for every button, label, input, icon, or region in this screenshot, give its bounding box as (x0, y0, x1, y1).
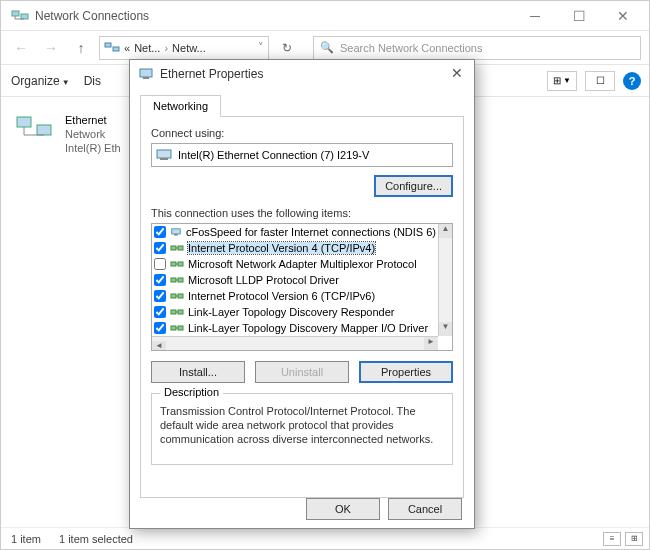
scroll-left-icon[interactable]: ◄ (152, 341, 166, 351)
ethernet-properties-dialog: Ethernet Properties ✕ Networking Connect… (129, 59, 475, 529)
properties-button[interactable]: Properties (359, 361, 453, 383)
item-checkbox[interactable] (154, 322, 166, 334)
protocol-icon (170, 259, 184, 269)
view-mode-button[interactable]: ⊞▼ (547, 71, 577, 91)
ethernet-icon (15, 113, 55, 145)
items-horizontal-scrollbar[interactable]: ◄ ► (152, 336, 438, 350)
item-label: Internet Protocol Version 4 (TCP/IPv4) (188, 242, 375, 254)
item-checkbox[interactable] (154, 226, 166, 238)
item-checkbox[interactable] (154, 290, 166, 302)
chevron-right-icon: › (164, 42, 168, 54)
minimize-button[interactable]: ─ (513, 2, 557, 30)
tab-pane: Connect using: Intel(R) Ethernet Connect… (140, 116, 464, 498)
svg-rect-1 (21, 14, 28, 19)
icons-view-button[interactable]: ⊞ (625, 532, 643, 546)
breadcrumb-guillemet: « (124, 42, 130, 54)
svg-rect-9 (160, 158, 168, 160)
status-item-count: 1 item (11, 533, 41, 545)
list-item[interactable]: Microsoft LLDP Protocol Driver (152, 272, 438, 288)
svg-rect-6 (140, 69, 152, 77)
svg-rect-15 (178, 262, 183, 266)
item-label: Link-Layer Topology Discovery Mapper I/O… (188, 322, 428, 334)
dialog-close-button[interactable]: ✕ (448, 65, 466, 83)
description-legend: Description (160, 386, 223, 398)
items-vertical-scrollbar[interactable]: ▲ ▼ (438, 224, 452, 336)
maximize-button[interactable]: ☐ (557, 2, 601, 30)
up-button[interactable]: ↑ (69, 36, 93, 60)
details-view-button[interactable]: ≡ (603, 532, 621, 546)
item-checkbox[interactable] (154, 242, 166, 254)
svg-rect-20 (171, 310, 176, 314)
uninstall-button: Uninstall (255, 361, 349, 383)
close-button[interactable]: ✕ (601, 2, 645, 30)
search-placeholder: Search Network Connections (340, 42, 482, 54)
item-checkbox[interactable] (154, 306, 166, 318)
adapter-field: Intel(R) Ethernet Connection (7) I219-V (151, 143, 453, 167)
breadcrumb[interactable]: « Net... › Netw... ˅ (99, 36, 269, 60)
svg-rect-13 (178, 246, 183, 250)
scroll-down-icon[interactable]: ▼ (439, 322, 452, 336)
connection-name: Ethernet (65, 113, 121, 127)
window-title: Network Connections (35, 9, 513, 23)
dialog-titlebar: Ethernet Properties ✕ (130, 60, 474, 88)
svg-rect-0 (12, 11, 19, 16)
cancel-button[interactable]: Cancel (388, 498, 462, 520)
breadcrumb-icon (104, 40, 120, 56)
protocol-icon (170, 243, 184, 253)
svg-rect-16 (171, 278, 176, 282)
breadcrumb-dropdown-icon[interactable]: ˅ (258, 41, 264, 54)
connect-using-label: Connect using: (151, 127, 453, 139)
list-item[interactable]: Link-Layer Topology Discovery Responder (152, 304, 438, 320)
svg-rect-8 (157, 150, 171, 158)
items-listbox[interactable]: cFosSpeed for faster Internet connection… (151, 223, 453, 351)
list-item[interactable]: Internet Protocol Version 6 (TCP/IPv6) (152, 288, 438, 304)
scroll-up-icon[interactable]: ▲ (439, 224, 452, 238)
connection-adapter: Intel(R) Eth (65, 141, 121, 155)
organize-menu[interactable]: Organize▼ (11, 74, 70, 88)
breadcrumb-part1[interactable]: Net... (134, 42, 160, 54)
disable-device-button[interactable]: Dis (84, 74, 101, 88)
ok-button[interactable]: OK (306, 498, 380, 520)
protocol-icon (170, 227, 182, 237)
item-checkbox[interactable] (154, 258, 166, 270)
svg-rect-3 (113, 47, 119, 51)
configure-button[interactable]: Configure... (374, 175, 453, 197)
item-label: Internet Protocol Version 6 (TCP/IPv6) (188, 290, 375, 302)
svg-rect-2 (105, 43, 111, 47)
connection-status: Network (65, 127, 121, 141)
install-button[interactable]: Install... (151, 361, 245, 383)
item-checkbox[interactable] (154, 274, 166, 286)
search-input[interactable]: 🔍 Search Network Connections (313, 36, 641, 60)
forward-button: → (39, 36, 63, 60)
app-icon (11, 7, 29, 25)
dialog-icon (138, 66, 154, 82)
description-text: Transmission Control Protocol/Internet P… (160, 404, 444, 446)
protocol-icon (170, 323, 184, 333)
preview-pane-button[interactable]: ☐ (585, 71, 615, 91)
list-item[interactable]: cFosSpeed for faster Internet connection… (152, 224, 438, 240)
svg-rect-5 (37, 125, 51, 135)
svg-rect-10 (172, 229, 181, 234)
protocol-icon (170, 275, 184, 285)
help-icon[interactable]: ? (623, 72, 641, 90)
svg-rect-11 (174, 234, 177, 236)
list-item[interactable]: Microsoft Network Adapter Multiplexor Pr… (152, 256, 438, 272)
search-icon: 🔍 (320, 41, 334, 54)
scroll-right-icon[interactable]: ► (424, 337, 438, 351)
breadcrumb-part2[interactable]: Netw... (172, 42, 206, 54)
item-label: Microsoft Network Adapter Multiplexor Pr… (188, 258, 417, 270)
svg-rect-22 (171, 326, 176, 330)
svg-rect-4 (17, 117, 31, 127)
connection-text: Ethernet Network Intel(R) Eth (65, 113, 121, 155)
list-item[interactable]: Link-Layer Topology Discovery Mapper I/O… (152, 320, 438, 336)
item-label: cFosSpeed for faster Internet connection… (186, 226, 436, 238)
list-item[interactable]: Internet Protocol Version 4 (TCP/IPv4) (152, 240, 438, 256)
back-button[interactable]: ← (9, 36, 33, 60)
svg-rect-14 (171, 262, 176, 266)
protocol-icon (170, 291, 184, 301)
items-label: This connection uses the following items… (151, 207, 453, 219)
refresh-button[interactable]: ↻ (275, 36, 299, 60)
statusbar: 1 item 1 item selected ≡ ⊞ (1, 527, 649, 549)
item-label: Microsoft LLDP Protocol Driver (188, 274, 339, 286)
tab-networking[interactable]: Networking (140, 95, 221, 117)
